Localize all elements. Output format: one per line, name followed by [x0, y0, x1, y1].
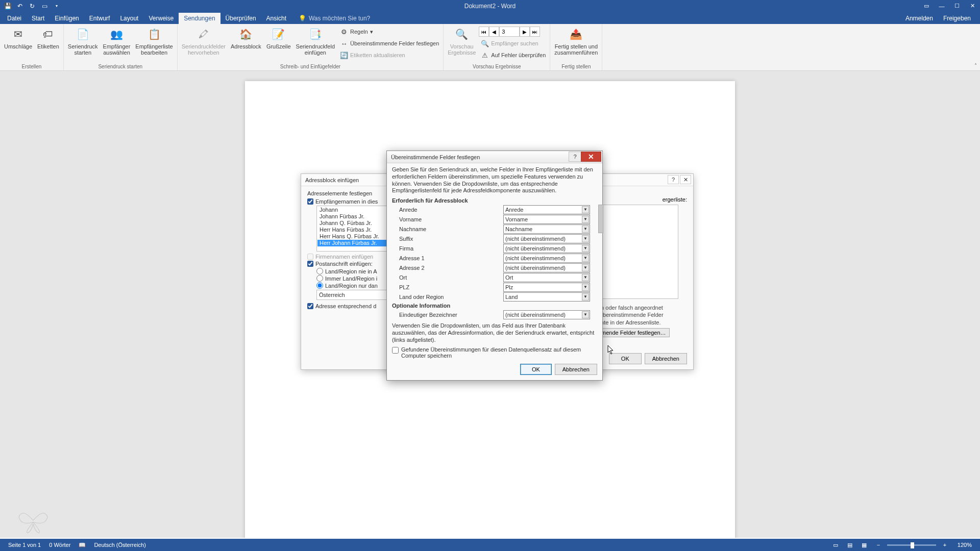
- field-combo-plz[interactable]: Plz▼: [503, 283, 590, 292]
- field-combo-adresse1[interactable]: (nicht übereinstimmend)▼: [503, 254, 590, 263]
- field-row: PLZPlz▼: [392, 282, 590, 292]
- rules-button[interactable]: ⚙Regeln ▾: [338, 26, 441, 37]
- mail-merge-icon: 📄: [75, 26, 91, 42]
- tab-entwurf[interactable]: Entwurf: [84, 13, 115, 24]
- tab-einfuegen[interactable]: Einfügen: [50, 13, 84, 24]
- dialog1-cancel-button[interactable]: Abbrechen: [645, 353, 687, 364]
- field-label: Firma: [392, 245, 503, 252]
- help-text: en oder falsch angeordnet 'Übereinstimme…: [598, 304, 687, 326]
- field-combo-adresse2[interactable]: (nicht übereinstimmend)▼: [503, 263, 590, 272]
- field-combo-bezeichner[interactable]: (nicht übereinstimmend)▼: [503, 310, 590, 319]
- match-fields-open-button[interactable]: mende Felder festlegen…: [598, 328, 670, 337]
- field-combo-anrede[interactable]: Anrede▼: [503, 205, 590, 214]
- finish-merge-button[interactable]: 📤Fertig stellen und zusammenführen: [552, 25, 600, 61]
- field-combo-suffix[interactable]: (nicht übereinstimmend)▼: [503, 234, 590, 243]
- greeting-line-button[interactable]: 📝Grußzeile: [264, 25, 293, 61]
- tab-sendungen[interactable]: Sendungen: [179, 13, 220, 24]
- status-bar: Seite 1 von 1 0 Wörter 📖 Deutsch (Österr…: [0, 539, 980, 551]
- country-combo[interactable]: Österreich▼: [316, 290, 393, 300]
- touch-mode-icon[interactable]: ▭: [39, 1, 50, 12]
- qat-dropdown-icon[interactable]: ▾: [51, 1, 62, 12]
- spell-check-icon[interactable]: 📖: [75, 542, 90, 548]
- dialog2-title-text: Übereinstimmende Felder festlegen: [391, 154, 480, 160]
- tab-ueberpruefen[interactable]: Überprüfen: [220, 13, 261, 24]
- insert-merge-field-button[interactable]: 📑Seriendruckfeld einfügen: [294, 25, 337, 61]
- select-recipients-button[interactable]: 👥Empfänger auswählen: [101, 25, 133, 61]
- format-checkbox[interactable]: [307, 303, 313, 309]
- required-section-head: Erforderlich für Adressblock: [392, 197, 597, 204]
- company-checkbox[interactable]: [307, 254, 313, 260]
- tell-me-search[interactable]: 💡 Was möchten Sie tun?: [297, 13, 372, 24]
- page-indicator[interactable]: Seite 1 von 1: [4, 542, 45, 548]
- zoom-in-button[interactable]: +: [939, 540, 950, 549]
- dialog2-help-icon[interactable]: ?: [569, 152, 581, 162]
- chevron-down-icon: ▼: [582, 216, 589, 223]
- chevron-down-icon: ▼: [582, 293, 589, 300]
- dialog2-close-icon[interactable]: ✕: [581, 152, 601, 162]
- labels-button[interactable]: 🏷Etiketten: [35, 25, 61, 61]
- greeting-icon: 📝: [271, 26, 287, 42]
- dialog1-ok-button[interactable]: OK: [609, 353, 642, 364]
- address-block-button[interactable]: 🏠Adressblock: [229, 25, 263, 61]
- dialog1-help-icon[interactable]: ?: [668, 175, 679, 184]
- redo-icon[interactable]: ↻: [27, 1, 38, 12]
- save-matches-label: Gefundene Übereinstimmungen für diesen D…: [401, 346, 597, 359]
- address-icon: 🏠: [238, 26, 254, 42]
- word-count[interactable]: 0 Wörter: [45, 542, 75, 548]
- field-scrollbar[interactable]: [598, 205, 603, 302]
- maximize-icon[interactable]: ☐: [949, 0, 965, 12]
- check-errors-button[interactable]: ⚠Auf Fehler überprüfen: [479, 49, 548, 61]
- dialog2-ok-button[interactable]: OK: [520, 364, 552, 375]
- prev-record-button[interactable]: ◀: [489, 27, 499, 37]
- preview-box: [598, 205, 678, 299]
- tab-layout[interactable]: Layout: [115, 13, 143, 24]
- dialog1-close-icon[interactable]: ✕: [680, 175, 691, 184]
- tab-datei[interactable]: Datei: [2, 13, 27, 24]
- field-label: Ort: [392, 274, 503, 281]
- dialog2-cancel-button[interactable]: Abbrechen: [555, 364, 597, 375]
- print-layout-icon[interactable]: ▤: [844, 540, 855, 549]
- scrollbar-thumb[interactable]: [598, 205, 603, 233]
- login-link[interactable]: Anmelden: [901, 13, 937, 24]
- group-schreiben: 🖍Seriendruckfelder hervorheben 🏠Adressbl…: [178, 24, 444, 70]
- start-merge-button[interactable]: 📄Seriendruck starten: [66, 25, 100, 61]
- field-combo-nachname[interactable]: Nachname▼: [503, 224, 590, 234]
- save-icon[interactable]: 💾: [2, 1, 13, 12]
- tab-start[interactable]: Start: [27, 13, 50, 24]
- label-icon: 🏷: [40, 26, 56, 42]
- ribbon-options-icon[interactable]: ▭: [919, 0, 934, 12]
- group-seriendruck-starten: 📄Seriendruck starten 👥Empfänger auswähle…: [64, 24, 178, 70]
- zoom-out-button[interactable]: −: [873, 540, 884, 549]
- share-button[interactable]: Freigeben: [939, 13, 975, 24]
- read-mode-icon[interactable]: ▭: [830, 540, 841, 549]
- last-record-button[interactable]: ⏭: [530, 27, 540, 37]
- field-combo-firma[interactable]: (nicht übereinstimmend)▼: [503, 244, 590, 253]
- envelopes-button[interactable]: ✉Umschläge: [2, 25, 34, 61]
- record-navigator: ⏮ ◀ ▶ ⏭: [479, 26, 548, 37]
- next-record-button[interactable]: ▶: [520, 27, 530, 37]
- record-number-input[interactable]: [499, 27, 520, 37]
- field-combo-vorname[interactable]: Vorname▼: [503, 215, 590, 224]
- edit-recipients-button[interactable]: 📋Empfängerliste bearbeiten: [133, 25, 175, 61]
- field-combo-ort[interactable]: Ort▼: [503, 273, 590, 282]
- window-controls: ▭ — ☐ ✕: [919, 0, 980, 12]
- zoom-handle[interactable]: [911, 542, 914, 548]
- dialog2-titlebar[interactable]: Übereinstimmende Felder festlegen ? ✕: [387, 151, 602, 163]
- close-icon[interactable]: ✕: [965, 0, 980, 12]
- recipient-name-checkbox[interactable]: [307, 198, 313, 205]
- tab-ansicht[interactable]: Ansicht: [261, 13, 291, 24]
- tab-verweise[interactable]: Verweise: [143, 13, 179, 24]
- field-combo-land[interactable]: Land▼: [503, 292, 590, 302]
- save-matches-checkbox[interactable]: [392, 347, 399, 354]
- first-record-button[interactable]: ⏮: [479, 27, 489, 37]
- match-fields-button[interactable]: ↔Übereinstimmende Felder festlegen: [338, 38, 441, 49]
- web-layout-icon[interactable]: ▦: [859, 540, 870, 549]
- language-indicator[interactable]: Deutsch (Österreich): [90, 542, 150, 548]
- postal-checkbox[interactable]: [307, 261, 313, 267]
- zoom-percent[interactable]: 120%: [953, 542, 976, 548]
- undo-icon[interactable]: ↶: [14, 1, 26, 12]
- zoom-slider[interactable]: [887, 544, 936, 546]
- quick-access-toolbar: 💾 ↶ ↻ ▭ ▾: [0, 1, 62, 12]
- collapse-ribbon-icon[interactable]: ˄: [974, 63, 977, 68]
- minimize-icon[interactable]: —: [934, 0, 949, 12]
